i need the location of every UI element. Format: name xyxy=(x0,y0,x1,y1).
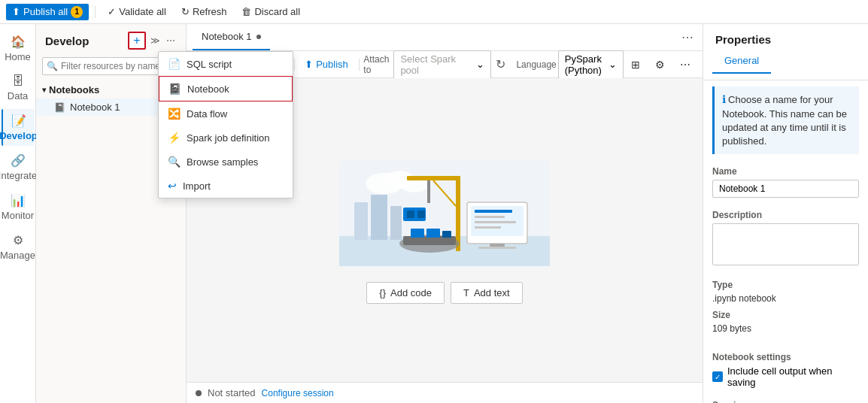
sidebar-item-data[interactable]: 🗄 Data xyxy=(2,70,35,106)
dropdown-spark-job[interactable]: ⚡ Spark job definition xyxy=(159,126,293,150)
publish-button[interactable]: ⬆ Publish xyxy=(299,56,354,73)
svg-rect-22 xyxy=(478,247,516,249)
sidebar-item-monitor-label: Monitor xyxy=(2,210,34,221)
sidebar-item-home[interactable]: 🏠 Home xyxy=(2,30,35,67)
sidebar-item-manage[interactable]: ⚙ Manage xyxy=(2,229,35,265)
configure-session-link[interactable]: Configure session xyxy=(262,388,334,398)
svg-rect-9 xyxy=(407,176,460,180)
sql-script-icon: 📄 xyxy=(168,58,181,70)
search-icon: 🔍 xyxy=(47,61,58,71)
text-icon: T xyxy=(463,287,469,298)
notebook-dropdown-icon: 📓 xyxy=(168,83,181,95)
dropdown-import-label: Import xyxy=(183,180,211,192)
properties-panel: Properties General ℹ Choose a name for y… xyxy=(703,24,868,403)
publish-label: Publish xyxy=(316,59,348,70)
add-buttons: {} Add code T Add text xyxy=(366,282,522,304)
info-box: ℹ Choose a name for your Notebook. This … xyxy=(712,86,859,154)
sidebar-item-monitor[interactable]: 📊 Monitor xyxy=(2,189,35,226)
pool-refresh-button[interactable]: ↻ xyxy=(493,56,508,73)
develop-header-actions: + ≫ ⋯ xyxy=(128,32,177,50)
publish-badge: 1 xyxy=(71,6,83,18)
checkbox-check-icon: ✓ xyxy=(715,373,721,381)
status-bar: Not started Configure session xyxy=(187,382,703,403)
dropdown-browse-samples-label: Browse samples xyxy=(187,156,258,168)
dropdown-data-flow[interactable]: 🔀 Data flow xyxy=(159,102,293,126)
props-type-section: Type .ipynb notebook Size 109 bytes xyxy=(703,274,868,346)
browse-samples-icon: 🔍 xyxy=(168,156,181,168)
dropdown-notebook-label: Notebook xyxy=(187,83,229,95)
more-options-button[interactable]: ⋯ xyxy=(165,32,177,50)
trash-icon: 🗑 xyxy=(241,6,251,17)
svg-rect-14 xyxy=(417,211,425,218)
dropdown-browse-samples[interactable]: 🔍 Browse samples xyxy=(159,150,293,174)
develop-icon: 📝 xyxy=(11,114,26,128)
discard-all-button[interactable]: 🗑 Discard all xyxy=(235,4,306,20)
include-output-checkbox[interactable]: ✓ xyxy=(712,371,723,382)
chevron-down-icon: ▾ xyxy=(42,86,46,94)
add-code-label: Add code xyxy=(390,287,432,298)
status-dot xyxy=(196,390,202,396)
sidebar-item-data-label: Data xyxy=(8,90,28,102)
publish-all-button[interactable]: ⬆ Publish all 1 xyxy=(6,4,89,20)
add-code-button[interactable]: {} Add code xyxy=(366,282,445,304)
toolbar-right-actions: ⊞ ⚙ ⋯ xyxy=(625,56,697,74)
svg-rect-7 xyxy=(390,206,402,240)
svg-rect-5 xyxy=(354,202,368,240)
language-value: PySpark (Python) xyxy=(565,53,605,76)
tab-bar: Notebook 1 ⋯ xyxy=(187,24,703,51)
add-resource-button[interactable]: + xyxy=(128,32,146,50)
props-notebook-settings-section: Notebook settings ✓ Include cell output … xyxy=(703,346,868,394)
dropdown-import[interactable]: ↩ Import xyxy=(159,174,293,198)
dropdown-notebook[interactable]: 📓 Notebook xyxy=(159,76,293,102)
props-name-input[interactable] xyxy=(712,180,859,198)
props-size-value: 109 bytes xyxy=(712,323,859,334)
notebook-settings-button[interactable]: ⊞ xyxy=(625,56,646,74)
props-size-label: Size xyxy=(712,310,859,320)
pool-select[interactable]: Select Spark pool ⌄ xyxy=(393,50,491,79)
props-notebook-settings-label: Notebook settings xyxy=(712,352,859,362)
props-description-input[interactable] xyxy=(712,223,859,265)
add-text-button[interactable]: T Add text xyxy=(451,282,523,304)
notebook-item-label: Notebook 1 xyxy=(70,102,120,113)
svg-rect-20 xyxy=(475,226,501,229)
info-text: Choose a name for your Notebook. This na… xyxy=(722,94,847,147)
svg-rect-6 xyxy=(371,195,387,240)
props-description-label: Description xyxy=(712,210,859,220)
refresh-label: Refresh xyxy=(193,6,227,17)
svg-rect-19 xyxy=(475,221,516,223)
collapse-panel-button[interactable]: ≫ xyxy=(149,32,162,50)
home-icon: 🏠 xyxy=(11,35,26,49)
props-name-section: Name xyxy=(703,160,868,204)
sidebar-item-integrate[interactable]: 🔗 Integrate xyxy=(2,149,35,186)
add-text-label: Add text xyxy=(474,287,510,298)
svg-rect-11 xyxy=(427,180,430,203)
properties-title: Properties xyxy=(703,24,868,52)
general-tab[interactable]: General xyxy=(712,52,771,74)
include-output-label: Include cell output when saving xyxy=(727,365,859,388)
data-icon: 🗄 xyxy=(12,74,24,88)
sidebar-item-develop[interactable]: 📝 Develop xyxy=(2,109,35,146)
svg-rect-21 xyxy=(490,244,505,247)
svg-rect-27 xyxy=(442,231,451,238)
tab-more-button[interactable]: ⋯ xyxy=(678,30,697,44)
more-toolbar-button[interactable]: ⋯ xyxy=(674,56,697,74)
include-output-row: ✓ Include cell output when saving xyxy=(712,365,859,388)
notebook-illustration xyxy=(332,157,557,270)
svg-rect-18 xyxy=(475,216,505,218)
tab-notebook1-label: Notebook 1 xyxy=(202,31,252,42)
validate-all-button[interactable]: ✓ Validate all xyxy=(102,4,172,20)
tab-notebook1[interactable]: Notebook 1 xyxy=(193,24,270,50)
dropdown-sql-script[interactable]: 📄 SQL script xyxy=(159,52,293,76)
sidebar-item-home-label: Home xyxy=(5,51,31,62)
notebook-icon: 📓 xyxy=(54,102,65,113)
import-icon: ↩ xyxy=(168,180,177,192)
language-select[interactable]: PySpark (Python) ⌄ xyxy=(558,50,624,79)
props-type-value: .ipynb notebook xyxy=(712,293,859,304)
refresh-button[interactable]: ↻ Refresh xyxy=(175,4,233,20)
pool-placeholder: Select Spark pool xyxy=(400,53,473,76)
refresh-icon: ↻ xyxy=(181,6,190,17)
develop-title: Develop xyxy=(45,35,89,47)
validate-all-label: Validate all xyxy=(119,6,166,17)
spark-job-icon: ⚡ xyxy=(168,132,181,144)
filter-settings-button[interactable]: ⚙ xyxy=(649,56,671,74)
